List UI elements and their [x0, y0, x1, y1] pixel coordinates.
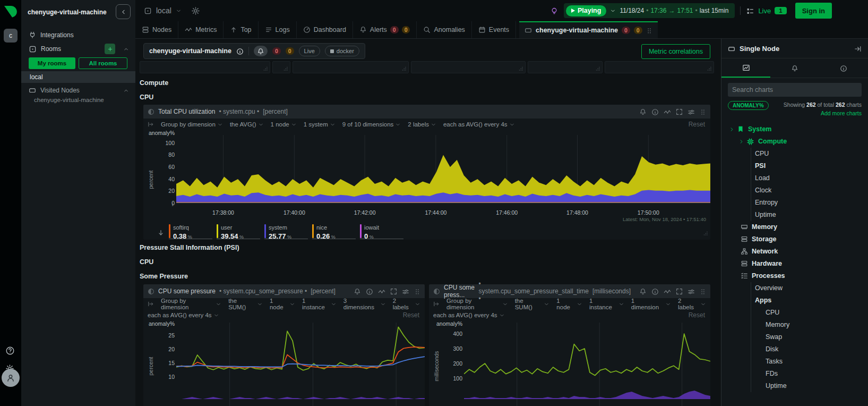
info-icon[interactable]: [651, 107, 659, 116]
chart-control-group[interactable]: Group by dimension: [161, 121, 223, 127]
chart-control-the[interactable]: the SUM(): [515, 298, 550, 310]
expand-icon[interactable]: [390, 286, 397, 296]
add-room-button[interactable]: [105, 44, 115, 54]
drag-grip-icon[interactable]: [414, 286, 420, 296]
docker-pill[interactable]: docker: [325, 46, 359, 56]
bell-icon[interactable]: [639, 107, 647, 116]
resize-grip-icon[interactable]: [401, 63, 407, 73]
space-selector[interactable]: local: [144, 6, 200, 15]
datetime-picker[interactable]: Playing 11/18/24 • 17:36 → 17:51 • last …: [564, 3, 735, 18]
resize-grip-icon[interactable]: [282, 63, 288, 73]
resize-grip-icon[interactable]: [595, 63, 600, 73]
settings-sliders-icon[interactable]: [687, 286, 695, 296]
chart-control-each[interactable]: each as AVG() every 4s: [433, 311, 505, 318]
room-item-local[interactable]: local: [21, 71, 135, 83]
collapse-panel-icon[interactable]: [854, 44, 862, 53]
chart-control-1[interactable]: 1 instance: [302, 298, 337, 310]
tab-nodes[interactable]: Nodes: [135, 21, 178, 38]
settings-sliders-icon[interactable]: [402, 286, 409, 296]
menu-item-apps[interactable]: Apps: [721, 294, 868, 307]
tab-events[interactable]: Events: [472, 21, 516, 38]
resize-grip-icon[interactable]: [518, 63, 523, 73]
playing-button[interactable]: Playing: [566, 5, 606, 16]
tab-alerts[interactable]: [770, 58, 819, 78]
chart-control-the[interactable]: the AVG(): [230, 121, 264, 127]
netdata-logo-icon[interactable]: [3, 4, 18, 19]
chart-control-1[interactable]: 1 instance: [589, 298, 624, 310]
anomalies-icon[interactable]: [664, 286, 671, 296]
menu-item-uptime[interactable]: Uptime: [721, 209, 868, 221]
sidebar-collapse-button[interactable]: [116, 4, 131, 19]
drag-grip-icon[interactable]: [700, 286, 706, 296]
menu-item-overview[interactable]: Overview: [721, 282, 868, 294]
sort-arrow-icon[interactable]: [157, 227, 165, 237]
tab-top[interactable]: Top: [224, 21, 258, 38]
chevron-up-icon[interactable]: [123, 45, 129, 53]
mini-chart-placeholder[interactable]: [140, 61, 270, 73]
info-icon[interactable]: [651, 286, 659, 296]
chevron-down-icon[interactable]: [176, 6, 182, 15]
menu-item-compute[interactable]: Compute: [721, 136, 868, 148]
chart-control-1[interactable]: 1 node: [270, 298, 295, 310]
mini-chart-placeholder[interactable]: [293, 61, 409, 73]
legend-item-user[interactable]: user39.54 %: [217, 224, 264, 240]
chevron-right-icon[interactable]: [738, 139, 744, 145]
mini-chart-placeholder[interactable]: [411, 61, 526, 73]
chart-control-9[interactable]: 9 of 10 dimensions: [342, 121, 401, 127]
chart-type-icon[interactable]: [148, 286, 154, 296]
help-icon[interactable]: [5, 345, 16, 356]
anomaly-bulb-icon[interactable]: [550, 6, 558, 15]
anomalies-icon[interactable]: [664, 107, 671, 116]
anomalies-icon[interactable]: [378, 286, 385, 296]
chart-control-3[interactable]: 3 dimensions: [343, 298, 386, 310]
tab-active-node[interactable]: chenyuge-virtual-machine00: [519, 21, 658, 38]
reset-button[interactable]: Reset: [689, 311, 705, 319]
all-rooms-button[interactable]: All rooms: [79, 57, 127, 69]
menu-item-load[interactable]: Load: [721, 172, 868, 184]
info-icon[interactable]: [366, 286, 373, 296]
my-rooms-button[interactable]: My rooms: [29, 57, 75, 69]
tab-logs[interactable]: Logs: [259, 21, 297, 38]
tab-alerts[interactable]: Alerts00: [353, 21, 417, 38]
chart-control-each[interactable]: each as AVG() every 4s: [148, 311, 219, 318]
tab-anomalies[interactable]: Anomalies: [417, 21, 471, 38]
menu-item-psi[interactable]: PSI: [721, 160, 868, 172]
legend-item-iowait[interactable]: iowait0 %: [360, 224, 408, 240]
chart-control-1[interactable]: 1 node: [271, 121, 297, 127]
search-charts-input[interactable]: [728, 83, 862, 97]
add-more-charts-link[interactable]: Add more charts: [821, 110, 862, 116]
chart-control-group[interactable]: Group by dimension: [446, 298, 508, 310]
resize-grip-icon[interactable]: [706, 63, 712, 73]
menu-item-tasks[interactable]: Tasks: [721, 356, 868, 368]
reset-button[interactable]: Reset: [689, 121, 705, 128]
menu-item-processes[interactable]: Processes: [721, 270, 868, 282]
menu-item-hardware[interactable]: Hardware: [721, 258, 868, 270]
menu-item-network[interactable]: Network: [721, 246, 868, 258]
legend-item-nice[interactable]: nice0.26 %: [312, 224, 360, 240]
menu-item-disk[interactable]: Disk: [721, 343, 868, 356]
anomaly-filter-pill[interactable]: ANOMALY%: [728, 101, 769, 110]
mini-chart-placeholder[interactable]: [272, 61, 290, 73]
menu-item-entropy[interactable]: Entropy: [721, 197, 868, 209]
cpu-chart-plot[interactable]: [176, 130, 710, 208]
visited-node-item[interactable]: chenyuge-virtual-machine: [34, 97, 104, 103]
menu-item-cpu[interactable]: CPU: [721, 307, 868, 319]
settings-sliders-icon[interactable]: [687, 107, 695, 116]
chart-control-2[interactable]: 2 labels: [408, 121, 436, 127]
menu-item-clock[interactable]: Clock: [721, 184, 868, 197]
psi-some-chart-plot[interactable]: [176, 320, 425, 406]
chevron-down-icon[interactable]: [610, 6, 616, 15]
chart-type-icon[interactable]: [433, 286, 440, 296]
menu-item-uptime[interactable]: Uptime: [721, 380, 868, 392]
legend-item-softirq[interactable]: softirq0.38 %: [169, 224, 217, 240]
chart-control-group[interactable]: Group by dimension: [161, 298, 221, 310]
menu-item-memory[interactable]: Memory: [721, 319, 868, 331]
expand-icon[interactable]: [676, 107, 683, 116]
sidebar-item-integrations[interactable]: Integrations: [21, 29, 135, 41]
mini-chart-placeholder[interactable]: [605, 61, 714, 73]
chart-control-each[interactable]: each as AVG() every 4s: [443, 121, 515, 127]
node-alerts[interactable]: [254, 46, 268, 56]
tab-charts[interactable]: [721, 58, 770, 78]
sidebar-item-rooms[interactable]: Rooms: [21, 43, 135, 55]
menu-item-system[interactable]: System: [721, 123, 868, 136]
